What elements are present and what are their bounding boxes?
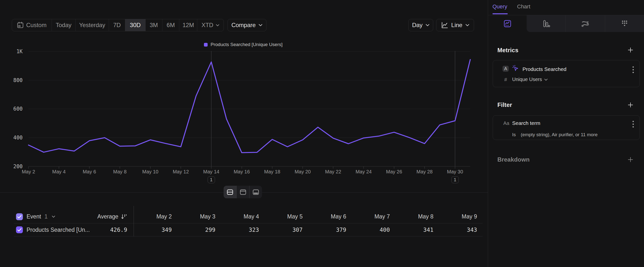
- x-axis-label: May 4: [52, 169, 66, 174]
- y-axis-label: 600: [13, 106, 23, 112]
- event-count: 1: [44, 213, 48, 220]
- event-checkbox[interactable]: [16, 213, 23, 220]
- column-header-may-8[interactable]: May 8: [395, 213, 439, 220]
- x-axis-label: May 22: [325, 169, 342, 174]
- x-axis-label: May 6: [83, 169, 96, 174]
- average-label: Average: [98, 213, 118, 220]
- check-icon: [17, 228, 22, 231]
- app: CustomTodayYesterday7D30D3M6M12MXTD Comp…: [0, 0, 644, 267]
- icon-tab-insights[interactable]: [488, 15, 527, 32]
- icon-tab-funnels[interactable]: [527, 15, 566, 32]
- sort-icon: [121, 213, 127, 220]
- event-sparkle-icon: [512, 65, 519, 72]
- chevron-down-icon: [52, 215, 55, 218]
- table-view-icon: [253, 189, 259, 195]
- x-axis-label: May 10: [142, 169, 158, 174]
- y-axis-label: 1K: [16, 49, 23, 55]
- icon-tab-flows[interactable]: [566, 15, 605, 32]
- split-view-icon: [227, 189, 233, 195]
- line-chart[interactable]: 1K800600400200May 2May 4May 6May 8May 10…: [0, 0, 488, 187]
- metric-card[interactable]: A Products Searched # Unique Users: [493, 60, 640, 87]
- y-axis-label: 400: [13, 135, 23, 141]
- row-event-cell: Products Searched [Un...: [14, 226, 88, 233]
- metric-name[interactable]: Products Searched: [522, 66, 566, 72]
- cell-value: 323: [221, 227, 264, 233]
- add-breakdown-button[interactable]: [628, 157, 633, 162]
- row-average-cell: 426.9: [88, 227, 134, 233]
- cell-value: 379: [308, 227, 352, 233]
- query-sidebar: Query Chart: [488, 0, 644, 267]
- view-toggle-group: [224, 186, 262, 198]
- bar-chart-icon: [542, 20, 550, 28]
- x-axis-label: May 20: [295, 169, 311, 174]
- x-axis-label: May 8: [113, 169, 126, 174]
- annotation-badge[interactable]: 1: [452, 176, 459, 183]
- series-line: [28, 60, 470, 153]
- y-axis-label: 800: [13, 77, 23, 83]
- table-data-row: Products Searched [Un... 426.9 349299323…: [14, 223, 483, 236]
- tab-query[interactable]: Query: [492, 4, 507, 10]
- view-toggle-split[interactable]: [224, 186, 236, 198]
- row-label: Products Searched [Un...: [26, 227, 90, 233]
- y-axis-label: 200: [13, 164, 23, 169]
- filter-name[interactable]: Search term: [512, 120, 540, 126]
- column-header-may-6[interactable]: May 6: [308, 213, 352, 220]
- chevron-down-icon: [544, 79, 548, 81]
- row-checkbox[interactable]: [16, 226, 23, 233]
- x-axis-label: May 24: [356, 169, 372, 174]
- filter-value[interactable]: (empty string), Air purifier, or 11 more: [521, 132, 598, 137]
- kebab-menu-icon[interactable]: [632, 66, 634, 74]
- metrics-heading: Metrics: [498, 47, 518, 54]
- measure-prefix: #: [504, 77, 507, 83]
- column-header-may-3[interactable]: May 3: [177, 213, 221, 220]
- x-axis-label: May 18: [264, 169, 280, 174]
- filter-operator[interactable]: Is: [512, 132, 516, 137]
- cell-value: 349: [134, 227, 177, 233]
- breakdown-heading: Breakdown: [498, 156, 530, 163]
- active-tab-underline: [492, 13, 508, 14]
- check-icon: [17, 215, 22, 218]
- add-metric-button[interactable]: [628, 47, 633, 53]
- event-header-cell: Event1: [14, 213, 88, 220]
- event-label: Event: [26, 213, 41, 220]
- average-header-cell[interactable]: Average: [88, 213, 134, 220]
- cell-value: 400: [352, 227, 395, 233]
- metric-letter-badge: A: [502, 66, 509, 72]
- add-filter-button[interactable]: [628, 102, 633, 108]
- view-toggle-chart[interactable]: [236, 186, 249, 198]
- data-table: Event1 Average May 2May 3May 4May 5May 6…: [14, 210, 483, 236]
- event-header[interactable]: Event1: [26, 213, 55, 220]
- column-header-may-2[interactable]: May 2: [134, 213, 177, 220]
- x-axis-label: May 2: [22, 169, 35, 174]
- x-axis-label: May 12: [173, 169, 189, 174]
- view-toggle-table[interactable]: [249, 186, 262, 198]
- cell-value: 299: [177, 227, 221, 233]
- cell-value: 341: [395, 227, 439, 233]
- table-divider: [134, 206, 134, 236]
- grid-dots-icon: [621, 20, 628, 28]
- main-area: CustomTodayYesterday7D30D3M6M12MXTD Comp…: [0, 0, 488, 267]
- x-axis-label: May 30: [447, 169, 463, 174]
- kebab-menu-icon[interactable]: [632, 120, 634, 129]
- annotation-badge[interactable]: 1: [208, 176, 215, 183]
- tab-chart[interactable]: Chart: [517, 4, 530, 10]
- chart-view-icon: [240, 189, 246, 195]
- x-axis-label: May 28: [416, 169, 433, 174]
- column-header-may-7[interactable]: May 7: [352, 213, 395, 220]
- x-axis-label: May 16: [234, 169, 250, 174]
- column-header-may-9[interactable]: May 9: [439, 213, 482, 220]
- filter-heading: Filter: [498, 102, 512, 108]
- average-value: 426.9: [110, 227, 127, 233]
- flows-icon: [581, 20, 590, 28]
- column-header-may-5[interactable]: May 5: [264, 213, 308, 220]
- filter-type-icon: Aa: [503, 120, 509, 126]
- x-axis-label: May 26: [386, 169, 402, 174]
- x-axis-label: May 14: [203, 169, 220, 174]
- filter-card[interactable]: Aa Search term Is (empty string), Air pu…: [493, 115, 640, 140]
- cell-value: 343: [439, 227, 482, 233]
- cell-value: 307: [264, 227, 308, 233]
- measure-selector[interactable]: Unique Users: [512, 77, 542, 82]
- insights-chart-icon: [504, 20, 512, 28]
- column-header-may-4[interactable]: May 4: [221, 213, 264, 220]
- icon-tab-more[interactable]: [605, 15, 644, 32]
